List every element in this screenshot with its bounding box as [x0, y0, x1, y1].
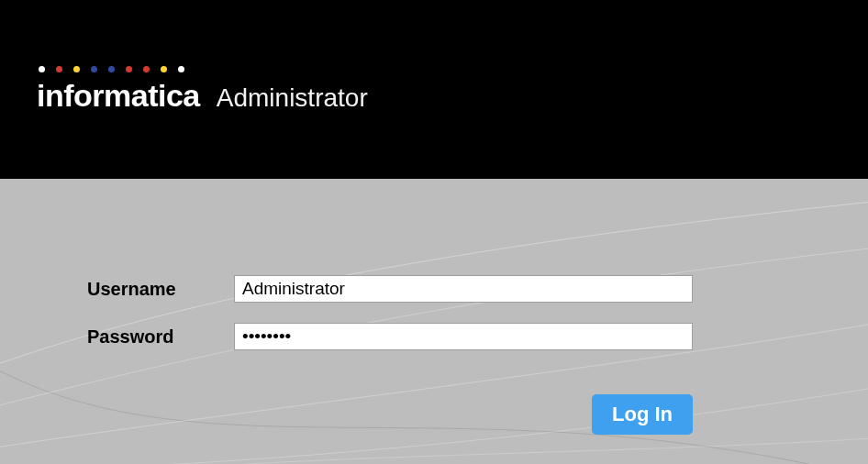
brand-dot-9	[178, 66, 184, 72]
brand-dot-4	[91, 66, 97, 72]
login-button[interactable]: Log In	[592, 394, 693, 435]
username-row: Username	[87, 275, 693, 303]
brand-dot-7	[143, 66, 150, 72]
brand-product: Administrator	[217, 83, 368, 113]
brand-dot-6	[126, 66, 132, 72]
body-area: Username Password Log In	[0, 179, 868, 464]
button-row: Log In	[87, 394, 693, 435]
password-row: Password	[87, 323, 693, 350]
username-input[interactable]	[234, 275, 693, 303]
brand-dot-8	[161, 66, 167, 72]
password-input[interactable]	[234, 323, 693, 350]
header-bar: informatica Administrator	[0, 0, 868, 179]
username-label: Username	[87, 279, 234, 300]
brand-name: informatica	[37, 78, 200, 114]
password-label: Password	[87, 326, 234, 348]
brand-dots-row	[39, 66, 368, 72]
brand-logo: informatica Administrator	[37, 66, 368, 114]
brand-dot-5	[108, 66, 115, 72]
login-form: Username Password Log In	[87, 275, 693, 435]
brand-dot-3	[73, 66, 80, 72]
brand-dot-1	[39, 66, 45, 72]
brand-dot-2	[56, 66, 62, 72]
brand-line: informatica Administrator	[37, 78, 368, 114]
